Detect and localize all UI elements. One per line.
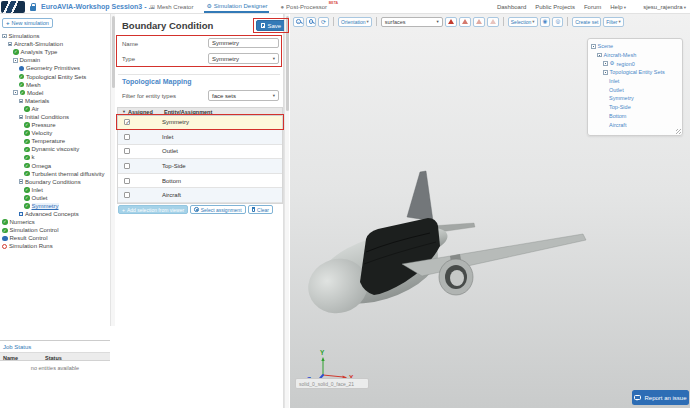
entity-row-aircraft[interactable]: Aircraft [118, 188, 282, 203]
tree-item-inlet[interactable]: Inlet [0, 186, 110, 194]
entity-row-top-side[interactable]: Top-Side [118, 159, 282, 174]
hide-selection-button[interactable]: ◎ [552, 17, 563, 27]
tree-item-outlet[interactable]: Outlet [0, 194, 110, 202]
zoom-in-button[interactable]: + [293, 17, 304, 27]
assigned-checkbox[interactable] [124, 178, 130, 184]
scene-item-scene[interactable]: Scene [588, 42, 682, 51]
face-display-button-4[interactable] [487, 17, 499, 27]
tree-item-k[interactable]: k [0, 153, 110, 161]
selection-dropdown[interactable]: Selection [508, 17, 538, 27]
tree-item-aircraft-simulation[interactable]: Aircraft-Simulation [0, 40, 110, 48]
entity-row-symmetry[interactable]: Symmetry [118, 116, 282, 131]
filter-dropdown[interactable]: Filter [603, 17, 623, 27]
tree-item-symmetry[interactable]: Symmetry [0, 202, 110, 210]
expand-icon [597, 53, 602, 58]
fit-view-button[interactable]: ⟳ [318, 17, 329, 27]
nav-tab-post-processor[interactable]: ●Post-ProcessorBETA [278, 0, 329, 13]
tree-item-geometry-primitives[interactable]: Geometry Primitives [0, 64, 110, 72]
3d-viewport[interactable]: + − ⟳ Orientation surfaces ▾ Selection ◉… [290, 14, 690, 408]
tree-item-simulations[interactable]: Simulations [0, 32, 110, 40]
tree-item-domain[interactable]: Domain [0, 56, 110, 64]
tree-item-label: Velocity [32, 130, 53, 136]
tree-item-numerics[interactable]: Numerics [0, 218, 110, 226]
assigned-checkbox[interactable] [124, 163, 130, 169]
expand-icon [13, 58, 18, 63]
nav-link-forum[interactable]: Forum [584, 4, 601, 10]
tree-item-boundary-conditions[interactable]: Boundary Conditions [0, 178, 110, 186]
resize-handle[interactable] [676, 129, 681, 134]
tree-item-analysis-type[interactable]: Analysis Type [0, 48, 110, 56]
tree-item-label: k [32, 154, 35, 160]
entity-row-outlet[interactable]: Outlet [118, 145, 282, 160]
create-set-button[interactable]: Create set [572, 17, 601, 27]
job-status-title[interactable]: Job Status [0, 341, 110, 352]
tree-item-pressure[interactable]: Pressure [0, 121, 110, 129]
tree-item-label: Aircraft-Simulation [14, 41, 63, 47]
scene-item-inlet[interactable]: Inlet [588, 77, 682, 86]
tree-item-advanced-concepts[interactable]: Advanced Concepts [0, 210, 110, 218]
entity-row-bottom[interactable]: Bottom [118, 174, 282, 189]
orientation-dropdown[interactable]: Orientation [338, 17, 372, 27]
scene-item-topological-entity-sets[interactable]: Topological Entity Sets [588, 68, 682, 77]
type-select[interactable]: Symmetry ▾ [208, 53, 279, 64]
tree-item-air[interactable]: Air [0, 105, 110, 113]
scene-item-aircraft-mesh[interactable]: Aircraft-Mesh [588, 51, 682, 60]
expand-icon [2, 34, 7, 39]
scene-item-bottom[interactable]: Bottom [588, 112, 682, 121]
scene-item-outlet[interactable]: Outlet [588, 85, 682, 94]
tree-item-mesh[interactable]: Mesh [0, 81, 110, 89]
face-display-button-1[interactable] [445, 17, 457, 27]
tree-item-turbulent-thermal-diffusivity[interactable]: Turbulent thermal diffusivity [0, 170, 110, 178]
entity-table-header[interactable]: ▼ Assigned Entity/Assignment [118, 108, 282, 116]
assigned-checkbox[interactable] [124, 192, 130, 198]
tree-item-materials[interactable]: Materials [0, 97, 110, 105]
show-selection-button[interactable]: ◉ [540, 17, 551, 27]
select-assignment-button[interactable]: Select assignment [190, 205, 245, 214]
select-assignment-label: Select assignment [201, 207, 242, 213]
add-selection-button[interactable]: + Add selection from viewer [118, 205, 188, 214]
lock-icon [30, 6, 36, 11]
tree-item-velocity[interactable]: Velocity [0, 129, 110, 137]
nav-link-help[interactable]: Help [610, 4, 626, 10]
scrollbar-thumb[interactable] [286, 16, 289, 111]
face-display-button-3[interactable] [473, 17, 485, 27]
eye-icon: ◎ [555, 19, 560, 25]
save-button[interactable]: Save [256, 20, 286, 31]
nav-link-public-projects[interactable]: Public Projects [535, 4, 575, 10]
user-menu[interactable]: sjesu_rajendra [643, 4, 686, 10]
tree-item-result-control[interactable]: Result Control [0, 234, 110, 242]
nav-tab-simulation-designer[interactable]: ⚙Simulation Designer [204, 0, 269, 13]
new-simulation-button[interactable]: + New simulation [2, 18, 53, 28]
tree-item-topological-entity-sets[interactable]: Topological Entity Sets [0, 72, 110, 80]
tree-item-initial-conditions[interactable]: Initial Conditions [0, 113, 110, 121]
entity-row-inlet[interactable]: Inlet [118, 130, 282, 145]
scene-item-top-side[interactable]: Top-Side [588, 103, 682, 112]
scene-item-region0[interactable]: ⚙region0 [588, 59, 682, 68]
nav-link-dashboard[interactable]: Dashboard [497, 4, 526, 10]
nav-tab-mesh-creator[interactable]: ⊞Mesh Creator [148, 0, 195, 13]
assignment-buttons: + Add selection from viewer Select assig… [118, 205, 273, 214]
assigned-checkbox[interactable] [124, 148, 130, 154]
tree-item-temperature[interactable]: Temperature [0, 137, 110, 145]
assigned-checkbox[interactable] [124, 134, 130, 140]
name-input[interactable] [208, 38, 279, 48]
tree-item-simulation-control[interactable]: Simulation Control [0, 226, 110, 234]
panel-scrollbar[interactable] [284, 14, 289, 408]
tree-item-label: Outlet [32, 195, 48, 201]
face-display-button-2[interactable] [459, 17, 471, 27]
clear-button[interactable]: Clear [248, 205, 273, 214]
scene-tree-panel: SceneAircraft-Mesh⚙region0Topological En… [587, 38, 683, 136]
surfaces-select[interactable]: surfaces ▾ [381, 17, 443, 27]
entity-filter-select[interactable]: face sets ▾ [208, 90, 279, 101]
zoom-out-button[interactable]: − [306, 17, 317, 27]
check-icon [20, 90, 26, 96]
tree-item-omega[interactable]: Omega [0, 162, 110, 170]
tree-item-simulation-runs[interactable]: Simulation Runs [0, 242, 110, 250]
tree-item-dynamic-viscosity[interactable]: Dynamic viscosity [0, 145, 110, 153]
assigned-checkbox[interactable] [124, 119, 130, 125]
report-issue-button[interactable]: Report an issue [632, 390, 689, 405]
tree-item-model[interactable]: Model [0, 89, 110, 97]
scene-item-aircraft[interactable]: Aircraft [588, 120, 682, 129]
viewer-toolbar: + − ⟳ Orientation surfaces ▾ Selection ◉… [290, 16, 624, 27]
scene-item-symmetry[interactable]: Symmetry [588, 94, 682, 103]
